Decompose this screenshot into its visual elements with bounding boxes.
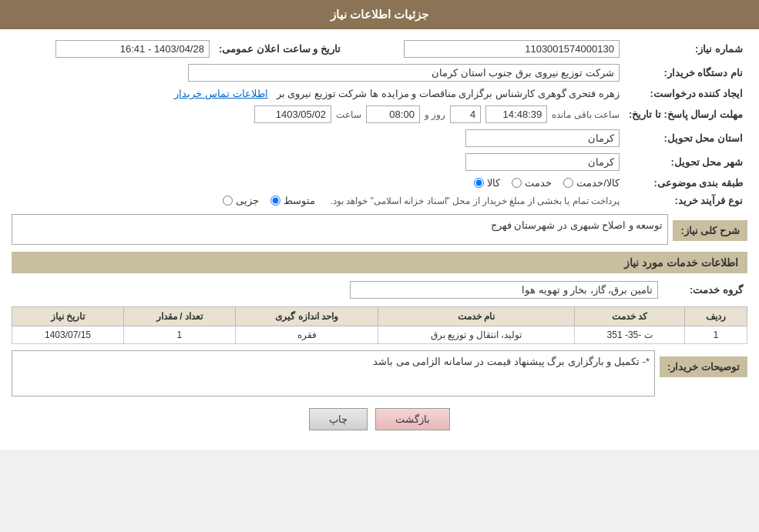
requester-value: زهره فتحری گوهری کارشناس برگزاری مناقصات… xyxy=(12,85,624,102)
description-section-label: شرح کلی نیاز: xyxy=(673,220,747,241)
service-group-value: تامین برق، گاز، بخار و تهویه هوا xyxy=(12,278,663,302)
category-kala-khedmat-radio[interactable] xyxy=(563,178,573,188)
process-radio-jozi: جزیی xyxy=(223,195,259,206)
back-button[interactable]: بازگشت xyxy=(375,408,450,430)
services-table-header: ردیف کد خدمت نام خدمت واحد اندازه گیری ت… xyxy=(12,307,747,326)
category-value: کالا/خدمت خدمت کالا xyxy=(12,174,624,192)
deadline-remaining-label: ساعت باقی مانده xyxy=(552,109,620,120)
buyer-notes-value: *- تکمیل و بارگزاری برگ پیشنهاد قیمت در … xyxy=(12,350,655,396)
announcement-date-field: 1403/04/28 - 16:41 xyxy=(55,40,210,58)
requester-text: زهره فتحری گوهری کارشناس برگزاری مناقصات… xyxy=(277,88,620,99)
requester-contact-link[interactable]: اطلاعات تماس خریدار xyxy=(174,88,267,99)
process-row: نوع فرآیند خرید: متوسط جزیی xyxy=(12,192,747,209)
process-note: پرداخت تمام یا بخشی از مبلغ خریدار از مح… xyxy=(331,196,620,206)
buyer-org-label: نام دستگاه خریدار: xyxy=(624,61,747,85)
category-radio-khedmat: خدمت xyxy=(512,177,552,189)
province-row: استان محل تحویل: کرمان xyxy=(12,126,747,150)
process-motavaset-label: متوسط xyxy=(284,195,315,206)
province-value: کرمان xyxy=(12,126,624,150)
category-radio-kala-khedmat: کالا/خدمت xyxy=(563,177,620,189)
category-kala-radio[interactable] xyxy=(474,178,484,188)
description-box: توسعه و اصلاح شبهری در شهرستان فهرج xyxy=(12,214,668,245)
deadline-days-field: 4 xyxy=(450,105,481,123)
service-group-label: گروه خدمت: xyxy=(663,278,747,302)
category-radio-group: کالا/خدمت خدمت کالا xyxy=(16,177,620,189)
col-unit: واحد اندازه گیری xyxy=(235,307,378,326)
category-row: طبقه بندی موضوعی: کالا/خدمت خدمت کالا xyxy=(12,174,747,192)
deadline-remaining-field: 14:48:39 xyxy=(485,105,547,123)
order-number-value: 1103001574000130 xyxy=(345,37,624,61)
requester-label: ایجاد کننده درخواست: xyxy=(624,85,747,102)
deadline-date-field: 1403/05/02 xyxy=(254,105,331,123)
category-radio-kala: کالا xyxy=(474,177,500,189)
category-label: طبقه بندی موضوعی: xyxy=(624,174,747,192)
content-area: شماره نیاز: 1103001574000130 تاریخ و ساع… xyxy=(0,29,759,450)
city-value: کرمان xyxy=(12,150,624,174)
city-field: کرمان xyxy=(465,153,620,171)
deadline-time-label: ساعت xyxy=(336,109,361,120)
page-header: جزئیات اطلاعات نیاز xyxy=(0,0,759,29)
order-number-label: شماره نیاز: xyxy=(624,37,747,61)
info-table: شماره نیاز: 1103001574000130 تاریخ و ساع… xyxy=(12,37,747,209)
province-field: کرمان xyxy=(465,129,620,147)
service-group-row: گروه خدمت: تامین برق، گاز، بخار و تهویه … xyxy=(12,278,747,302)
header-title: جزئیات اطلاعات نیاز xyxy=(331,8,428,21)
main-container: جزئیات اطلاعات نیاز شماره نیاز: 11030015… xyxy=(0,0,759,450)
process-jozi-label: جزیی xyxy=(236,195,259,206)
city-row: شهر محل تحویل: کرمان xyxy=(12,150,747,174)
description-section: شرح کلی نیاز: توسعه و اصلاح شبهری در شهر… xyxy=(12,214,747,246)
print-button[interactable]: چاپ xyxy=(309,408,368,430)
buyer-notes-box-wrapper: *- تکمیل و بارگزاری برگ پیشنهاد قیمت در … xyxy=(12,350,655,396)
buyer-notes-label: توصیحات خریدار: xyxy=(660,356,747,377)
process-radio-group: متوسط جزیی xyxy=(223,195,315,206)
service-group-field: تامین برق، گاز، بخار و تهویه هوا xyxy=(350,281,658,299)
process-value: متوسط جزیی پرداخت تمام یا بخشی از مبلغ خ… xyxy=(12,192,624,209)
process-jozi-radio[interactable] xyxy=(223,196,233,206)
deadline-row: مهلت ارسال پاسخ: تا تاریخ: 1403/05/02 سا… xyxy=(12,102,747,126)
announcement-date-value: 1403/04/28 - 16:41 xyxy=(12,37,214,61)
process-label: نوع فرآیند خرید: xyxy=(624,192,747,209)
deadline-label: مهلت ارسال پاسخ: تا تاریخ: xyxy=(624,102,747,126)
services-table-header-row: ردیف کد خدمت نام خدمت واحد اندازه گیری ت… xyxy=(12,307,747,326)
province-label: استان محل تحویل: xyxy=(624,126,747,150)
col-name: نام خدمت xyxy=(378,307,575,326)
services-table-body: 1ت -35- 351تولید، انتقال و توزیع برقفقره… xyxy=(12,326,747,344)
services-table: ردیف کد خدمت نام خدمت واحد اندازه گیری ت… xyxy=(12,306,747,344)
services-section-header: اطلاعات خدمات مورد نیاز xyxy=(12,252,747,273)
buyer-org-value: شرکت توزیع نیروی برق جنوب استان کرمان xyxy=(12,61,624,85)
col-date: تاریخ نیاز xyxy=(12,307,124,326)
description-value: توسعه و اصلاح شبهری در شهرستان فهرج xyxy=(12,214,668,245)
category-kala-label: کالا xyxy=(487,177,500,189)
buyer-org-field: شرکت توزیع نیروی برق جنوب استان کرمان xyxy=(188,64,620,82)
requester-row: ایجاد کننده درخواست: زهره فتحری گوهری کا… xyxy=(12,85,747,102)
button-row: بازگشت چاپ xyxy=(12,408,747,430)
buyer-org-row: نام دستگاه خریدار: شرکت توزیع نیروی برق … xyxy=(12,61,747,85)
category-khedmat-label: خدمت xyxy=(525,177,552,189)
category-khedmat-radio[interactable] xyxy=(512,178,522,188)
deadline-time-field: 08:00 xyxy=(366,105,420,123)
col-quantity: تعداد / مقدار xyxy=(124,307,236,326)
service-group-table: گروه خدمت: تامین برق، گاز، بخار و تهویه … xyxy=(12,278,747,302)
process-motavaset-radio[interactable] xyxy=(270,196,280,206)
city-label: شهر محل تحویل: xyxy=(624,150,747,174)
order-number-field: 1103001574000130 xyxy=(404,40,620,58)
category-kala-khedmat-label: کالا/خدمت xyxy=(576,177,620,189)
buyer-notes-section: توصیحات خریدار: *- تکمیل و بارگزاری برگ … xyxy=(12,350,747,396)
col-code: کد خدمت xyxy=(575,307,685,326)
announcement-date-label: تاریخ و ساعت اعلان عمومی: xyxy=(214,37,345,61)
col-row: ردیف xyxy=(685,307,747,326)
deadline-days-label: روز و xyxy=(425,109,445,120)
order-number-row: شماره نیاز: 1103001574000130 تاریخ و ساع… xyxy=(12,37,747,61)
table-row: 1ت -35- 351تولید، انتقال و توزیع برقفقره… xyxy=(12,326,747,344)
process-radio-motavaset: متوسط xyxy=(270,195,315,206)
deadline-value: 1403/05/02 ساعت 08:00 روز و 4 14:48:39 س… xyxy=(12,102,624,126)
